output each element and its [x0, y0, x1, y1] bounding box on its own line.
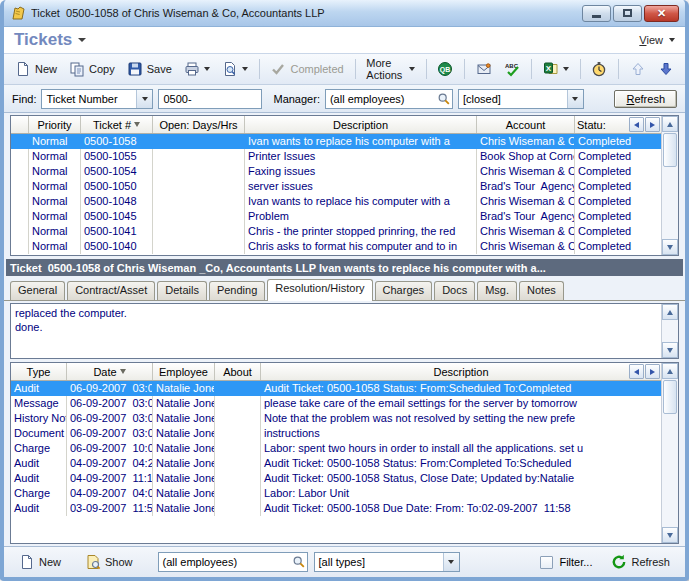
table-row[interactable]: Normal0500-1045ProblemBrad's Tour Agency…: [11, 209, 661, 224]
find-by-dropdown-icon[interactable]: [136, 90, 152, 108]
employee-search-icon[interactable]: [291, 553, 307, 571]
scroll-columns-left-button[interactable]: [629, 117, 644, 132]
history-new-button[interactable]: New: [14, 551, 66, 573]
history-show-button[interactable]: Show: [80, 551, 138, 573]
module-dropdown-icon[interactable]: [78, 38, 86, 42]
title-bar[interactable]: Ticket 0500-1058 of Chris Wiseman & Co, …: [4, 0, 685, 27]
tab-details[interactable]: Details: [157, 281, 207, 300]
history-refresh-button[interactable]: Refresh: [606, 551, 675, 573]
tab-notes[interactable]: Notes: [519, 281, 564, 300]
new-button[interactable]: New: [10, 58, 62, 80]
scroll-down-button[interactable]: [662, 342, 678, 358]
previous-record-button[interactable]: [625, 58, 651, 80]
more-actions-button[interactable]: More Actions: [361, 54, 419, 84]
completed-button[interactable]: Completed: [265, 58, 348, 80]
table-row[interactable]: Normal0500-1058Ivan wants to replace his…: [11, 134, 661, 149]
tab-msg[interactable]: Msg.: [477, 281, 517, 300]
quickbooks-button[interactable]: QB: [432, 58, 458, 80]
resolution-scrollbar[interactable]: [661, 304, 678, 358]
find-input[interactable]: [163, 93, 261, 105]
scroll-columns-left-button[interactable]: [629, 364, 644, 379]
table-row[interactable]: History Note06-09-2007 03:06 PMNatalie J…: [11, 411, 661, 426]
column-header-date[interactable]: Date: [67, 363, 153, 380]
cell-ticket: 0500-1054: [81, 164, 153, 179]
preview-button[interactable]: [217, 58, 253, 80]
scroll-up-button[interactable]: [662, 304, 678, 320]
copy-button[interactable]: Copy: [64, 58, 120, 80]
status-filter-select[interactable]: [closed]: [458, 89, 584, 109]
column-header-employee[interactable]: Employee: [153, 363, 215, 380]
table-row[interactable]: Charge04-09-2007 04:01 AMNatalie JoneLab…: [11, 486, 661, 501]
scrollbar-track[interactable]: [662, 415, 678, 527]
table-row[interactable]: Document06-09-2007 03:06 PMNatalie Jonei…: [11, 426, 661, 441]
scroll-columns-right-button[interactable]: [645, 117, 660, 132]
scroll-down-button[interactable]: [662, 239, 678, 255]
scroll-up-button[interactable]: [662, 363, 678, 379]
save-button[interactable]: Save: [122, 58, 177, 80]
column-header-about[interactable]: About: [215, 363, 261, 380]
column-header-description[interactable]: Description: [245, 116, 477, 133]
table-row[interactable]: Audit04-09-2007 11:19 AMNatalie JoneAudi…: [11, 471, 661, 486]
tab-docs[interactable]: Docs: [434, 281, 475, 300]
column-header-account[interactable]: Account: [477, 116, 575, 133]
column-header-description[interactable]: Description: [261, 363, 661, 380]
table-row[interactable]: Normal0500-1040Chris asks to format his …: [11, 239, 661, 254]
tab-charges[interactable]: Charges: [375, 281, 433, 300]
excel-dropdown-icon[interactable]: [563, 67, 569, 71]
toolbar-separator: [259, 59, 260, 79]
table-row[interactable]: Audit06-09-2007 03:08 PMNatalie JoneAudi…: [11, 381, 661, 396]
history-employee-filter[interactable]: (all employees): [158, 552, 308, 572]
scrollbar-thumb[interactable]: [663, 380, 677, 414]
table-row[interactable]: Normal0500-1050server issuesBrad's Tour …: [11, 179, 661, 194]
scrollbar-track[interactable]: [662, 168, 678, 239]
column-header-ticket[interactable]: Ticket #: [81, 116, 153, 133]
column-header-priority[interactable]: Priority: [29, 116, 81, 133]
close-button[interactable]: ✕: [644, 5, 679, 22]
scrollbar-track[interactable]: [662, 320, 678, 342]
scrollbar-thumb[interactable]: [663, 133, 677, 167]
history-type-filter[interactable]: [all types]: [314, 552, 460, 572]
column-header-open[interactable]: Open: Days/Hrs: [153, 116, 245, 133]
manager-search-icon[interactable]: [436, 90, 452, 108]
timer-button[interactable]: [586, 58, 612, 80]
tab-contract-asset[interactable]: Contract/Asset: [67, 281, 155, 300]
column-header-type[interactable]: Type: [11, 363, 67, 380]
scroll-down-button[interactable]: [662, 527, 678, 543]
tab-general[interactable]: General: [10, 281, 65, 300]
table-row[interactable]: Message06-09-2007 03:08 PMNatalie Jonepl…: [11, 396, 661, 411]
minimize-button[interactable]: [582, 5, 611, 22]
table-row[interactable]: Normal0500-1048Ivan wants to replace his…: [11, 194, 661, 209]
filter-checkbox[interactable]: [540, 556, 553, 569]
tickets-vertical-scrollbar[interactable]: [661, 116, 678, 255]
tab-pending[interactable]: Pending: [209, 281, 265, 300]
resolution-text[interactable]: replaced the computer. done.: [11, 304, 661, 358]
print-dropdown-icon[interactable]: [204, 67, 210, 71]
table-row[interactable]: Normal0500-1041Chris - the printer stopp…: [11, 224, 661, 239]
next-record-button[interactable]: [653, 58, 679, 80]
view-menu[interactable]: View: [639, 34, 675, 46]
scroll-columns-right-button[interactable]: [645, 364, 660, 379]
print-button[interactable]: [179, 58, 215, 80]
type-filter-dropdown-icon[interactable]: [443, 553, 459, 571]
export-excel-button[interactable]: X: [538, 58, 574, 80]
restore-button[interactable]: [613, 5, 642, 22]
table-row[interactable]: Audit03-09-2007 11:56 AMNatalie JoneAudi…: [11, 501, 661, 516]
status-filter-dropdown-icon[interactable]: [567, 90, 583, 108]
history-refresh-label: Refresh: [631, 556, 670, 568]
scroll-up-button[interactable]: [662, 116, 678, 132]
preview-dropdown-icon[interactable]: [242, 67, 248, 71]
tab-resolution-history[interactable]: Resolution/History: [267, 279, 372, 301]
cell-date: 06-09-2007 03:06 PM: [67, 426, 153, 441]
table-row[interactable]: Normal0500-1054Faxing issuesChris Wisema…: [11, 164, 661, 179]
module-title[interactable]: Tickets: [14, 30, 72, 50]
table-row[interactable]: Charge06-09-2007 10:00 AMNatalie JoneLab…: [11, 441, 661, 456]
manager-select[interactable]: (all employees): [325, 89, 453, 109]
table-row[interactable]: Normal0500-1055Printer IssuesBook Shop a…: [11, 149, 661, 164]
email-button[interactable]: [471, 58, 497, 80]
find-by-select[interactable]: Ticket Number: [41, 89, 153, 109]
table-row[interactable]: Audit04-09-2007 04:25 PMNatalie JoneAudi…: [11, 456, 661, 471]
history-vertical-scrollbar[interactable]: [661, 363, 678, 543]
column-header-status[interactable]: Statu:: [575, 116, 661, 133]
spellcheck-button[interactable]: ABC: [499, 58, 525, 80]
refresh-button[interactable]: Refresh: [614, 90, 677, 108]
